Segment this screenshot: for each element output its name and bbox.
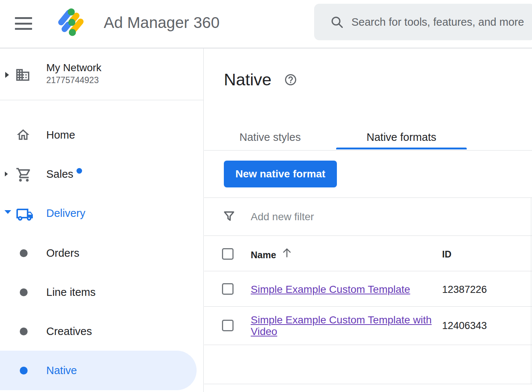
- app-title: Ad Manager 360: [104, 13, 220, 32]
- divider: [204, 345, 532, 345]
- help-icon[interactable]: [284, 73, 297, 86]
- top-bar: Ad Manager 360: [0, 0, 532, 48]
- sort-ascending-arrow-icon: [281, 246, 293, 259]
- divider: [204, 150, 532, 151]
- sidebar-item-label: Orders: [46, 234, 79, 272]
- sidebar-item-delivery[interactable]: Delivery: [0, 194, 204, 233]
- page-title: Native: [224, 70, 272, 89]
- row-checkbox[interactable]: [222, 283, 234, 295]
- menu-hamburger-icon[interactable]: [15, 17, 32, 30]
- shopping-cart-icon: [16, 167, 32, 183]
- bullet-icon: [20, 328, 28, 335]
- sales-expand-arrow-icon[interactable]: [5, 172, 8, 177]
- delivery-collapse-arrow-icon[interactable]: [4, 210, 11, 214]
- global-search-box[interactable]: [314, 4, 532, 40]
- select-all-checkbox[interactable]: [222, 248, 234, 260]
- search-icon: [330, 15, 344, 29]
- column-header-name[interactable]: Name: [251, 250, 276, 260]
- sidebar-item-label: Home: [46, 116, 75, 154]
- network-building-icon: [15, 67, 31, 83]
- sales-notification-dot: [76, 168, 82, 174]
- divider: [204, 384, 532, 384]
- search-input[interactable]: [351, 16, 527, 28]
- network-name: My Network: [46, 62, 101, 74]
- sidebar-item-native[interactable]: Native: [0, 351, 204, 390]
- sidebar-item-label: Sales: [46, 155, 73, 193]
- sidebar-item-label: Delivery: [46, 194, 85, 233]
- native-format-link[interactable]: Simple Example Custom Template with Vide…: [251, 314, 439, 337]
- bullet-icon: [20, 249, 28, 257]
- native-format-link[interactable]: Simple Example Custom Template: [251, 284, 410, 295]
- sidebar-item-orders[interactable]: Orders: [0, 234, 204, 272]
- sidebar: My Network 21775744923 Home Sales Delive…: [0, 48, 204, 392]
- active-tab-indicator: [336, 148, 467, 149]
- row-checkbox[interactable]: [222, 320, 234, 331]
- row-id-value: 12387226: [442, 284, 487, 295]
- network-id: 21775744923: [46, 75, 99, 85]
- divider: [204, 306, 532, 307]
- divider: [204, 235, 532, 236]
- tab-native-formats[interactable]: Native formats: [336, 130, 467, 149]
- column-header-id: ID: [442, 249, 451, 260]
- home-icon: [16, 127, 31, 142]
- sidebar-item-creatives[interactable]: Creatives: [0, 312, 204, 351]
- new-native-format-button[interactable]: New native format: [224, 161, 337, 187]
- sidebar-item-sales[interactable]: Sales: [0, 155, 204, 193]
- ad-manager-logo-icon: [56, 7, 89, 39]
- filter-funnel-icon: [223, 209, 235, 224]
- sidebar-item-line-items[interactable]: Line items: [0, 273, 204, 312]
- row-id-value: 12406343: [442, 320, 487, 332]
- sidebar-item-label: Line items: [46, 273, 96, 312]
- add-filter-label: Add new filter: [251, 210, 314, 224]
- tab-native-styles[interactable]: Native styles: [235, 130, 306, 149]
- sidebar-item-label: Native: [46, 351, 77, 390]
- network-expand-arrow-icon[interactable]: [5, 72, 9, 78]
- add-filter-bar[interactable]: Add new filter: [204, 198, 532, 235]
- bullet-icon: [20, 367, 28, 374]
- ad-manager-app: Ad Manager 360 My Network 21775744923 Ho…: [0, 0, 532, 392]
- bullet-icon: [20, 288, 28, 296]
- table-right-border: [531, 197, 531, 384]
- network-selector[interactable]: My Network 21775744923: [0, 48, 204, 100]
- sidebar-item-label: Creatives: [46, 312, 92, 351]
- main-content: Native Native styles Native formats New …: [204, 48, 532, 392]
- delivery-truck-icon: [16, 206, 34, 224]
- divider: [204, 271, 532, 271]
- sidebar-item-home[interactable]: Home: [0, 116, 204, 154]
